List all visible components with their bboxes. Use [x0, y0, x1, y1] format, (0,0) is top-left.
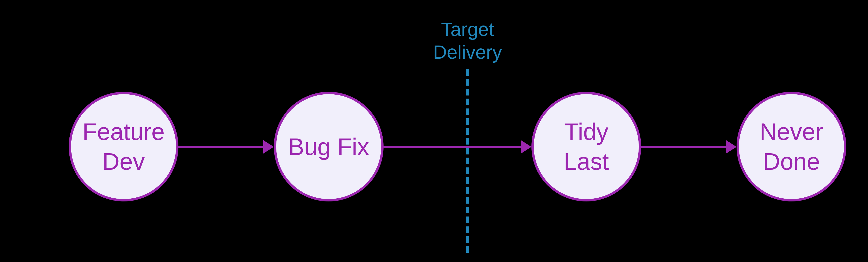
divider-label: Target Delivery	[427, 18, 508, 64]
node-tidy-last: Tidy Last	[531, 92, 641, 201]
node-1-line1: Feature	[83, 117, 165, 146]
arrow-2	[383, 142, 531, 152]
divider-label-line1: Target	[441, 19, 494, 40]
diagram-canvas: Target Delivery Feature Dev Bug Fix Tidy…	[0, 0, 868, 262]
node-1-line2: Dev	[83, 146, 165, 176]
node-4-line1: Never	[760, 117, 824, 146]
arrow-line-icon	[383, 146, 521, 148]
arrow-head-icon	[726, 140, 737, 154]
arrow-1	[178, 142, 274, 152]
node-feature-dev: Feature Dev	[69, 92, 178, 201]
arrow-line-icon	[178, 146, 264, 148]
divider-label-line2: Delivery	[433, 41, 502, 63]
node-3-line2: Last	[564, 146, 609, 176]
node-bug-fix: Bug Fix	[274, 92, 383, 201]
arrow-line-icon	[641, 146, 726, 148]
node-2-line1: Bug Fix	[288, 132, 369, 162]
arrow-head-icon	[264, 140, 274, 154]
arrow-3	[641, 142, 737, 152]
arrow-head-icon	[521, 140, 531, 154]
target-delivery-divider	[466, 69, 469, 253]
node-3-line1: Tidy	[564, 117, 609, 146]
node-never-done: Never Done	[737, 92, 846, 201]
node-4-line2: Done	[760, 146, 824, 176]
